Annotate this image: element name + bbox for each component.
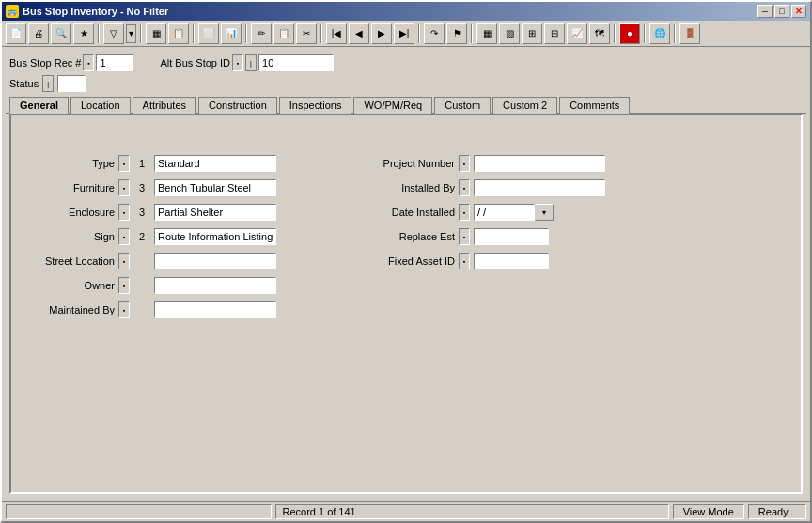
date-input-group: ▾	[474, 204, 554, 221]
ready-panel: Ready...	[748, 504, 806, 519]
sign-input[interactable]	[154, 228, 276, 245]
bus-stop-rec-group: Bus Stop Rec # ▪	[9, 54, 133, 71]
last-button[interactable]: ▶|	[394, 23, 414, 44]
tab-attributes[interactable]: Attributes	[133, 97, 196, 114]
type-icon: ▪	[118, 155, 130, 172]
title-bar: 🚌 Bus Stop Inventory - No Filter ─ □ ✕	[2, 2, 810, 21]
jump-button[interactable]: ↷	[424, 23, 445, 44]
street-location-input[interactable]	[154, 253, 276, 269]
maintained-by-input[interactable]	[154, 301, 276, 318]
main-window: 🚌 Bus Stop Inventory - No Filter ─ □ ✕ 📄…	[0, 0, 812, 523]
map2-button[interactable]: 🗺	[589, 23, 610, 44]
bus-stop-rec-input[interactable]	[96, 54, 133, 71]
status-label: Status	[9, 78, 39, 89]
enclosure-input[interactable]	[154, 204, 276, 221]
flag-button[interactable]: ⚑	[446, 23, 467, 44]
sep8	[614, 24, 616, 43]
date-installed-label: Date Installed	[351, 207, 455, 218]
date-installed-input[interactable]	[474, 204, 535, 221]
window-controls: ─ □ ✕	[757, 5, 806, 18]
view-mode-panel: View Mode	[673, 504, 744, 519]
exit-button[interactable]: 🚪	[679, 23, 700, 44]
street-location-label: Street Location	[21, 255, 115, 267]
main-panel: Type ▪ 1 Furniture ▪ 3 Enclosure	[9, 114, 803, 494]
sep6	[418, 24, 420, 43]
search-button[interactable]: 🔍	[51, 23, 71, 44]
new-button[interactable]: 📄	[6, 23, 26, 44]
tab-location[interactable]: Location	[70, 97, 131, 114]
cut-button[interactable]: ✂	[296, 23, 317, 44]
tab-comments[interactable]: Comments	[559, 97, 630, 114]
right-column: Project Number ▪ Installed By ▪ Date Ins…	[351, 153, 605, 320]
view-button[interactable]: ▦	[146, 23, 166, 44]
maximize-button[interactable]: □	[774, 5, 789, 18]
fixed-asset-id-input[interactable]	[474, 253, 549, 269]
alt-bus-stop-label: Alt Bus Stop ID	[160, 57, 230, 69]
maintained-by-icon: ▪	[118, 301, 130, 318]
grid1-button[interactable]: ▦	[476, 23, 497, 44]
chart-button[interactable]: 📈	[567, 23, 587, 44]
first-button[interactable]: |◀	[326, 23, 347, 44]
furniture-icon: ▪	[118, 179, 130, 196]
replace-est-row: Replace Est ▪	[351, 226, 605, 247]
furniture-input[interactable]	[154, 179, 276, 196]
minimize-button[interactable]: ─	[757, 5, 773, 18]
sep3	[193, 24, 195, 43]
next-button[interactable]: ▶	[371, 23, 392, 44]
project-number-input[interactable]	[474, 155, 605, 172]
window-title: Bus Stop Inventory - No Filter	[23, 6, 757, 17]
tab-custom2[interactable]: Custom 2	[492, 97, 557, 114]
sep1	[98, 24, 100, 43]
grid4-button[interactable]: ⊟	[544, 23, 565, 44]
favorites-button[interactable]: ★	[73, 23, 94, 44]
project-number-row: Project Number ▪	[351, 153, 605, 174]
project-number-label: Project Number	[351, 158, 455, 169]
bus-stop-rec-icon: ▪	[83, 54, 94, 71]
owner-row: Owner ▪	[21, 275, 276, 296]
sign-num: 2	[133, 231, 150, 242]
web-button[interactable]: 🌐	[649, 23, 670, 44]
report-button[interactable]: 📊	[221, 23, 242, 44]
copy-button[interactable]: 📋	[273, 23, 294, 44]
street-location-icon: ▪	[118, 253, 130, 269]
status-input[interactable]	[57, 75, 86, 92]
content-area: Bus Stop Rec # ▪ Alt Bus Stop ID ▪ | Sta…	[2, 47, 810, 501]
project-number-icon: ▪	[459, 155, 470, 172]
grid2-button[interactable]: ▧	[499, 23, 520, 44]
enclosure-num: 3	[133, 207, 150, 218]
tab-construction[interactable]: Construction	[198, 97, 277, 114]
close-button[interactable]: ✕	[791, 5, 806, 18]
tab-general[interactable]: General	[9, 97, 69, 114]
color-button[interactable]: ●	[619, 23, 640, 44]
installed-by-icon: ▪	[459, 179, 470, 196]
sep2	[140, 24, 142, 43]
record-info-panel	[6, 504, 272, 519]
owner-input[interactable]	[154, 277, 276, 294]
edit-button[interactable]: ✏	[251, 23, 272, 44]
furniture-num: 3	[133, 182, 150, 193]
type-row: Type ▪ 1	[21, 153, 276, 174]
tab-inspections[interactable]: Inspections	[279, 97, 352, 114]
map-button[interactable]: ⬜	[198, 23, 219, 44]
tab-wo-pm-req[interactable]: WO/PM/Req	[353, 97, 432, 114]
table-button[interactable]: 📋	[168, 23, 189, 44]
type-input[interactable]	[154, 155, 276, 172]
print-button[interactable]: 🖨	[28, 23, 49, 44]
filter-dropdown[interactable]: ▾	[129, 28, 133, 38]
replace-est-label: Replace Est	[351, 231, 455, 242]
sep7	[471, 24, 473, 43]
replace-est-input[interactable]	[474, 228, 549, 245]
sep10	[674, 24, 676, 43]
grid3-button[interactable]: ⊞	[522, 23, 542, 44]
fixed-asset-id-row: Fixed Asset ID ▪	[351, 251, 605, 271]
tab-custom[interactable]: Custom	[434, 97, 491, 114]
sign-label: Sign	[21, 231, 115, 242]
date-dropdown-button[interactable]: ▾	[535, 204, 554, 221]
installed-by-input[interactable]	[474, 179, 605, 196]
furniture-row: Furniture ▪ 3	[21, 177, 276, 198]
prev-button[interactable]: ◀	[349, 23, 369, 44]
alt-bus-stop-input[interactable]	[258, 54, 334, 71]
filter-button[interactable]: ▽	[103, 23, 124, 44]
sep4	[245, 24, 247, 43]
sign-row: Sign ▪ 2	[21, 226, 276, 247]
